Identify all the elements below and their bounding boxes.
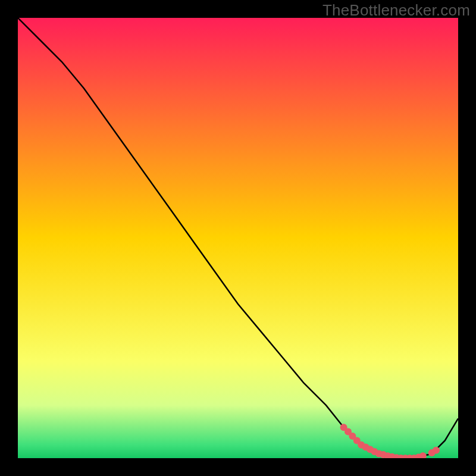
chart-frame: TheBottlenecker.com (0, 0, 476, 476)
chart-svg (18, 18, 458, 458)
gradient-background (18, 18, 458, 458)
highlight-marker (433, 447, 440, 454)
chart-plot-area (18, 18, 458, 458)
watermark-text: TheBottlenecker.com (322, 1, 470, 20)
